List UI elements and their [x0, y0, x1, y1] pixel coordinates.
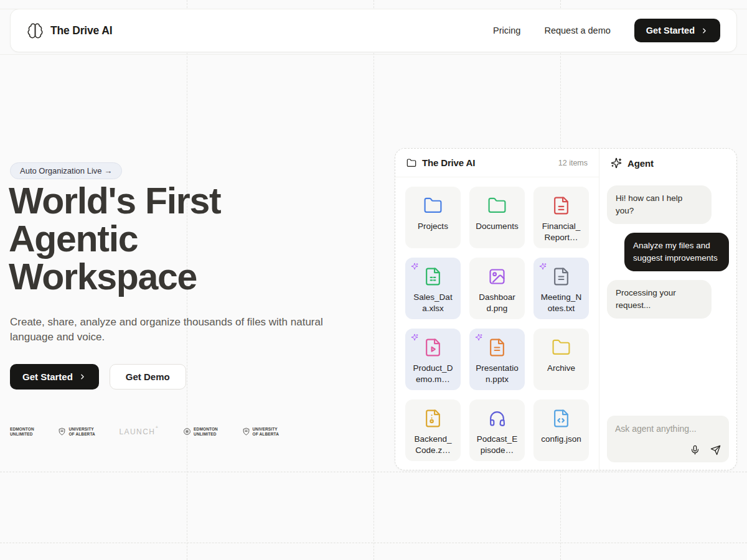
logo-text: EDMONTON	[10, 427, 34, 431]
agent-input-box[interactable]	[607, 416, 729, 462]
image-icon	[487, 267, 507, 286]
hero-cta-row: Get Started Get Demo	[10, 364, 186, 390]
grid-vline	[374, 0, 374, 560]
presentation-file-icon	[487, 338, 507, 357]
assistant-message: Processing your request...	[607, 280, 712, 319]
nav-get-started-button[interactable]: Get Started	[634, 19, 720, 42]
file-tile-projects[interactable]: Projects	[405, 187, 461, 248]
file-tile-config-json[interactable]: config.json	[533, 399, 589, 461]
hero-subtitle: Create, share, analyze and organize thou…	[10, 315, 326, 345]
hero-get-demo-button[interactable]: Get Demo	[110, 364, 186, 390]
nav-link-request-demo[interactable]: Request a demo	[544, 26, 610, 35]
headphones-icon	[487, 409, 507, 428]
logo-university-of-alberta: UNIVERSITY OF ALBERTA	[242, 427, 279, 436]
partner-logos: EDMONTON UNLIMITED UNIVERSITY OF ALBERTA…	[10, 427, 279, 436]
chevron-right-icon	[700, 27, 708, 35]
file-name: Meeting_Notes.txt	[537, 292, 586, 314]
file-name: Documents	[472, 221, 522, 232]
logo-sup: +	[155, 424, 159, 430]
nav-links: Pricing Request a demo Get Started	[493, 19, 720, 42]
hero-get-started-button[interactable]: Get Started	[10, 364, 99, 390]
file-tile-dashboard[interactable]: Dashboard.png	[469, 258, 525, 319]
badge-label: Auto Organization Live →	[20, 166, 112, 175]
video-file-icon	[423, 338, 443, 357]
file-tile-product-demo[interactable]: Product_Demo.m…	[405, 329, 461, 390]
sparkles-icon	[611, 157, 622, 169]
edmonton-mark-icon	[183, 427, 191, 436]
logo-text: LAUNCH	[119, 427, 155, 436]
file-tile-sales-data[interactable]: Sales_Data.xlsx	[405, 258, 461, 319]
logo-launch: LAUNCH+	[119, 427, 159, 436]
brain-logo-icon	[27, 22, 44, 39]
logo-edmonton-unlimited: EDMONTON UNLIMITED	[10, 427, 34, 436]
grid-hline	[0, 472, 747, 472]
ai-sparkle-icon	[539, 263, 547, 270]
agent-input-actions	[615, 445, 721, 455]
logo-university-of-alberta: UNIVERSITY OF ALBERTA	[58, 427, 95, 436]
agent-panel-header: Agent	[599, 149, 736, 177]
nav-link-pricing[interactable]: Pricing	[493, 26, 520, 35]
hero-title: World's First Agentic Workspace	[9, 182, 308, 296]
code-file-icon	[552, 409, 571, 428]
file-name: config.json	[537, 434, 586, 445]
spreadsheet-icon	[423, 267, 443, 286]
document-icon	[552, 196, 571, 215]
file-name: Presentation.pptx	[472, 363, 522, 385]
logo-text: UNLIMITED	[10, 432, 34, 436]
files-panel: The Drive AI 12 items Projects Documents…	[395, 149, 599, 470]
zip-file-icon	[423, 409, 443, 428]
file-name: Podcast_Episode…	[472, 434, 522, 455]
files-grid: Projects Documents Financial_Report… Sal…	[395, 177, 599, 470]
brand[interactable]: The Drive AI	[27, 22, 112, 39]
brand-name: The Drive AI	[50, 24, 112, 37]
file-tile-podcast-episode[interactable]: Podcast_Episode…	[469, 399, 525, 461]
send-icon	[710, 445, 721, 455]
user-message: Analyze my files and suggest improvement…	[624, 233, 729, 271]
ai-sparkle-icon	[475, 334, 482, 341]
logo-text: UNIVERSITY	[253, 427, 279, 431]
mic-button[interactable]	[690, 445, 700, 455]
file-tile-documents[interactable]: Documents	[469, 187, 525, 248]
nav-get-started-label: Get Started	[646, 26, 695, 35]
shield-icon	[58, 427, 66, 436]
folder-icon	[406, 158, 416, 168]
logo-text: UNIVERSITY	[68, 427, 95, 431]
assistant-message: Hi! how can I help you?	[607, 185, 712, 224]
grid-hline	[0, 543, 747, 543]
file-tile-backend-code[interactable]: Backend_Code.z…	[405, 399, 461, 461]
folder-icon	[552, 338, 571, 357]
file-tile-meeting-notes[interactable]: Meeting_Notes.txt	[533, 258, 589, 319]
logo-text: UNLIMITED	[194, 432, 218, 436]
file-name: Archive	[537, 363, 586, 374]
file-tile-archive[interactable]: Archive	[533, 329, 589, 390]
top-nav: The Drive AI Pricing Request a demo Get …	[10, 9, 737, 52]
chat-messages: Hi! how can I help you? Analyze my files…	[599, 177, 736, 416]
file-tile-presentation[interactable]: Presentation.pptx	[469, 329, 525, 390]
agent-panel: Agent Hi! how can I help you? Analyze my…	[599, 149, 736, 470]
folder-icon	[487, 196, 507, 215]
agent-panel-title: Agent	[627, 158, 654, 169]
folder-icon	[423, 196, 443, 215]
mic-icon	[690, 445, 700, 455]
file-name: Projects	[408, 221, 458, 232]
auto-organization-badge[interactable]: Auto Organization Live →	[10, 162, 122, 179]
files-panel-header: The Drive AI 12 items	[395, 149, 599, 177]
send-button[interactable]	[710, 445, 721, 455]
file-name: Backend_Code.z…	[408, 434, 458, 455]
logo-edmonton-unlimited: EDMONTON UNLIMITED	[183, 427, 218, 436]
agent-input-field[interactable]	[615, 424, 721, 434]
file-name: Dashboard.png	[472, 292, 522, 314]
ai-sparkle-icon	[411, 334, 418, 341]
file-tile-financial-report[interactable]: Financial_Report…	[533, 187, 589, 248]
chevron-right-icon	[78, 373, 87, 381]
file-name: Sales_Data.xlsx	[408, 292, 458, 314]
shield-icon	[242, 427, 250, 436]
logo-text: OF ALBERTA	[253, 432, 279, 436]
file-name: Financial_Report…	[537, 221, 586, 243]
demo-card: The Drive AI 12 items Projects Documents…	[395, 148, 737, 470]
logo-text: EDMONTON	[194, 427, 218, 431]
ai-sparkle-icon	[411, 263, 418, 270]
files-panel-title: The Drive AI	[422, 157, 475, 168]
hero-get-started-label: Get Started	[22, 371, 73, 382]
grid-hline	[0, 54, 747, 55]
